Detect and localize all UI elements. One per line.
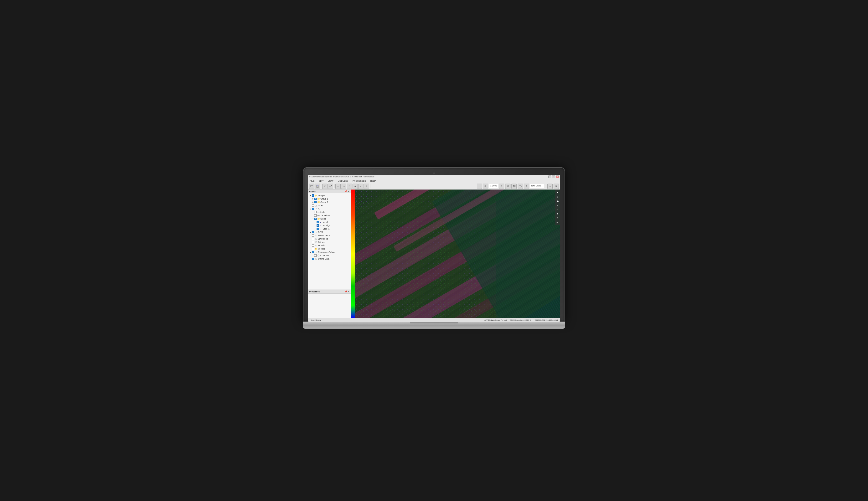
- tree-item-group2[interactable]: ▶ ✓ 📁 Group 2: [308, 201, 351, 204]
- nav-btn-lines[interactable]: ≡: [555, 203, 559, 207]
- dem-colorbar: -375 N/A: [351, 190, 355, 318]
- toolbar-diamond[interactable]: ◇: [341, 184, 346, 189]
- tree-item-contours[interactable]: ⬡ Contours: [308, 254, 351, 257]
- status-sensor: UAV/Medium/Large Format: [484, 319, 507, 321]
- checkbox-step1[interactable]: ✓: [317, 228, 319, 230]
- checkbox-at[interactable]: ✓: [312, 207, 314, 210]
- checkbox-initial[interactable]: ✓: [317, 221, 319, 223]
- toolbar-cube[interactable]: [511, 184, 517, 189]
- project-tree[interactable]: ▼ ✓ 📁 Images ▶ ✓ 📁 Group 1: [308, 193, 351, 289]
- checkbox-orthos[interactable]: [312, 241, 314, 243]
- tree-item-onlinedata[interactable]: ✓ ⬡ Online Data: [308, 257, 351, 260]
- label-vectors: Vectors: [318, 248, 325, 250]
- tree-item-images[interactable]: ▼ ✓ 📁 Images: [308, 194, 351, 197]
- label-links: Links: [320, 211, 325, 213]
- checkbox-tiepoints[interactable]: [314, 214, 317, 217]
- panel-close-btn[interactable]: ✕: [348, 190, 350, 193]
- close-button[interactable]: ✕: [556, 175, 559, 178]
- nav-btn-filter[interactable]: ▽: [555, 216, 559, 220]
- toolbar-zoom-extent[interactable]: ⊞: [483, 184, 488, 189]
- nav-btn-triangle[interactable]: △: [555, 195, 559, 199]
- checkbox-contours[interactable]: [314, 254, 317, 257]
- tree-item-orthos[interactable]: ⬡ Orthos: [308, 241, 351, 244]
- restore-button[interactable]: □: [552, 175, 555, 178]
- toolbar-magnify[interactable]: ⊟: [499, 184, 504, 189]
- checkbox-mosaic[interactable]: [312, 244, 314, 247]
- tree-item-tiepoints[interactable]: — Tie Points: [308, 214, 351, 217]
- toolbar-diamond2[interactable]: ◈: [352, 184, 358, 189]
- checkbox-referenceorthos[interactable]: ✓: [312, 251, 314, 253]
- checkbox-pointclouds[interactable]: [312, 234, 314, 237]
- tree-item-models3d[interactable]: ⬡ 3D Models: [308, 237, 351, 241]
- checkbox-images[interactable]: ✓: [312, 194, 314, 197]
- tree-item-mosaic[interactable]: ◇ Mosaic: [308, 244, 351, 247]
- map-viewport[interactable]: -375 N/A: [351, 190, 560, 318]
- tree-item-pointclouds[interactable]: ⬡ Point Clouds: [308, 234, 351, 237]
- toolbar-refresh[interactable]: ↻: [364, 184, 369, 189]
- tree-item-steps[interactable]: ▼ ✓ 📁 Steps: [308, 217, 351, 221]
- status-left: ℹ Log Ready: [310, 319, 321, 321]
- toolbar-dropdown[interactable]: IEO-Disks: [530, 184, 544, 188]
- properties-close-btn[interactable]: ✕: [348, 290, 350, 293]
- panel-pin-btn[interactable]: 📌: [345, 190, 347, 193]
- main-toolbar: ↶ ⌂ ◇ △ ◈ ○ ↻ ⌂ ⊞ 1:1600: [308, 183, 560, 190]
- nav-btn-circle[interactable]: ⊕: [555, 221, 559, 224]
- tree-item-at[interactable]: ▼ ✓ ✓ AT: [308, 207, 351, 211]
- menu-view[interactable]: VIEW: [327, 180, 334, 182]
- toolbar-save[interactable]: [315, 184, 320, 189]
- dem-map-svg: [355, 190, 560, 318]
- zoom-level-display[interactable]: 1:1600: [489, 184, 498, 188]
- checkbox-vectors[interactable]: [312, 248, 314, 250]
- toolbar-circle[interactable]: ○: [358, 184, 363, 189]
- tree-item-referenceorthos[interactable]: ▶ ✓ △ Reference Orthos: [308, 250, 351, 254]
- menu-processes[interactable]: PROCESSES: [352, 180, 367, 182]
- checkbox-gcp[interactable]: [312, 204, 314, 207]
- toolbar-cube2[interactable]: [518, 184, 523, 189]
- nav-btn-mountain[interactable]: ⛰: [555, 199, 559, 203]
- label-models3d: 3D Models: [318, 238, 328, 240]
- label-mosaic: Mosaic: [318, 244, 325, 247]
- nav-btn-arrow-right[interactable]: ➤: [555, 191, 559, 194]
- toolbar-house[interactable]: ⌂: [335, 184, 341, 189]
- checkbox-initial2[interactable]: ✓: [317, 224, 319, 227]
- toolbar-cross[interactable]: ✕: [553, 184, 559, 189]
- tree-item-group1[interactable]: ▶ ✓ 📁 Group 1: [308, 197, 351, 201]
- toolbar-3d-view[interactable]: [505, 184, 510, 189]
- label-onlinedata: Online Data: [318, 258, 329, 260]
- nav-btn-cross[interactable]: ✝: [555, 212, 559, 216]
- nav-btn-slash[interactable]: //: [555, 207, 559, 212]
- aerial-image[interactable]: [355, 190, 560, 318]
- checkbox-group2[interactable]: ✓: [314, 201, 317, 203]
- tree-item-step1[interactable]: ✓ ✓ Step_1: [308, 227, 351, 231]
- checkbox-steps[interactable]: ✓: [314, 218, 317, 220]
- title-bar: C:\Users\eric\Desktop\Cust_Data\SG\OneDr…: [308, 175, 560, 179]
- folder-icon: 📁: [317, 217, 320, 220]
- vectors-icon: 📁: [315, 247, 318, 250]
- checkbox-links[interactable]: [314, 211, 317, 213]
- menu-edit[interactable]: EDIT: [318, 180, 325, 182]
- checkbox-dem[interactable]: ✓: [312, 231, 314, 233]
- toolbar-triangle[interactable]: △: [347, 184, 352, 189]
- checkbox-group1[interactable]: ✓: [314, 198, 317, 200]
- checkbox-onlinedata[interactable]: ✓: [312, 258, 314, 260]
- log-label[interactable]: Log: [311, 319, 315, 321]
- toolbar-undo[interactable]: ↶: [322, 184, 328, 189]
- tree-item-initial2[interactable]: ✓ ✓ Initial_2: [308, 224, 351, 227]
- toolbar-open-folder[interactable]: [309, 184, 315, 189]
- tree-item-dem[interactable]: ▶ ✓ △ DEM: [308, 231, 351, 234]
- menu-help[interactable]: HELP: [369, 180, 377, 182]
- menu-file[interactable]: FILE: [309, 180, 315, 182]
- toolbar-settings[interactable]: ⚙: [524, 184, 529, 189]
- toolbar-correlator[interactable]: [328, 184, 333, 189]
- app-window: C:\Users\eric\Desktop\Cust_Data\SG\OneDr…: [308, 175, 560, 322]
- minimize-button[interactable]: –: [548, 175, 551, 178]
- tree-item-initial[interactable]: ✓ ✓ Initial: [308, 221, 351, 224]
- tree-item-gcp[interactable]: △ GCP: [308, 204, 351, 207]
- tree-item-vectors[interactable]: 📁 Vectors: [308, 247, 351, 250]
- menu-modules[interactable]: MODULES: [337, 180, 349, 182]
- toolbar-home-view[interactable]: ⌂: [477, 184, 482, 189]
- toolbar-triangle-outline[interactable]: △: [547, 184, 553, 189]
- properties-pin-btn[interactable]: 📌: [345, 290, 347, 293]
- tree-item-links[interactable]: — Links: [308, 211, 351, 214]
- checkbox-models3d[interactable]: [312, 238, 314, 240]
